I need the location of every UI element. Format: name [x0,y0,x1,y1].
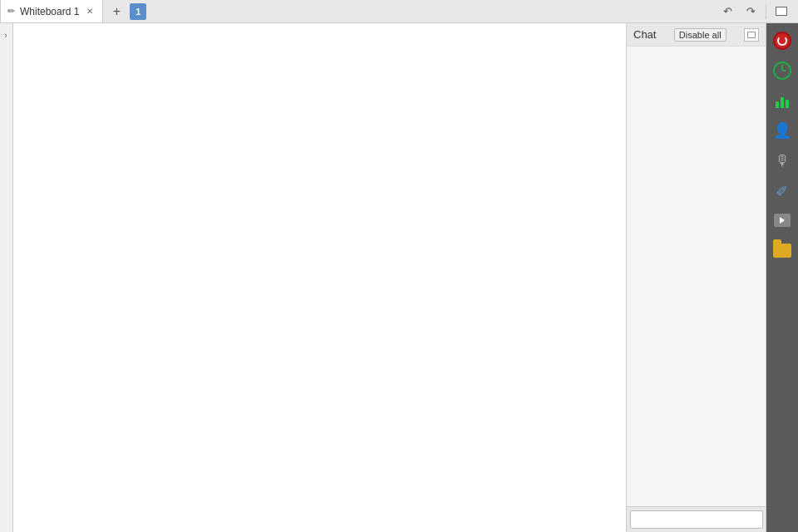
chat-messages [627,47,766,506]
left-panel: › [0,23,13,532]
power-button[interactable] [768,27,796,55]
media-button[interactable] [768,206,796,234]
microphone-icon: 🎙 [775,153,790,168]
microphone-button[interactable]: 🎙 [768,146,796,175]
active-tab: ✏ Whiteboard 1 ✕ [0,0,103,22]
page-badge[interactable]: 1 [130,3,146,20]
undo-button[interactable]: ↶ [717,2,737,21]
window-button[interactable] [771,2,791,21]
toolbar-right: ↶ ↷ [717,2,798,21]
chat-input-area: Send [627,506,766,532]
chat-panel: Chat Disable all Send [627,23,766,532]
disable-all-button[interactable]: Disable all [674,28,727,42]
tab-title: Whiteboard 1 [20,6,79,17]
files-button[interactable] [768,236,796,264]
participants-button[interactable]: 👤 [768,116,796,145]
main-area: › Chat Disable all Send [0,23,798,532]
panel-toggle-button[interactable]: › [0,28,12,42]
power-icon [773,32,791,50]
top-bar: ✏ Whiteboard 1 ✕ + 1 ↶ ↷ [0,0,798,23]
chat-header: Chat Disable all [627,23,766,47]
pencil-icon: ✏ [772,180,791,200]
play-icon [774,214,791,227]
chat-input[interactable] [630,510,763,529]
person-icon: 👤 [773,123,791,138]
draw-button[interactable]: ✏ [768,176,796,204]
folder-icon [773,244,791,258]
right-sidebar: 👤 🎙 ✏ [766,23,798,532]
add-tab-button[interactable]: + [106,2,126,22]
bars-icon [776,93,789,108]
toolbar-separator [766,4,766,19]
timer-button[interactable] [768,57,796,85]
chat-window-button[interactable] [744,28,759,42]
redo-button[interactable]: ↷ [741,2,761,21]
clock-icon [773,62,791,80]
tab-pencil-icon: ✏ [7,6,15,17]
chat-title: Chat [633,28,656,41]
stats-button[interactable] [768,86,796,115]
tab-area: ✏ Whiteboard 1 ✕ + 1 [0,0,717,22]
whiteboard-canvas[interactable] [13,23,627,532]
tab-close-button[interactable]: ✕ [84,6,96,17]
